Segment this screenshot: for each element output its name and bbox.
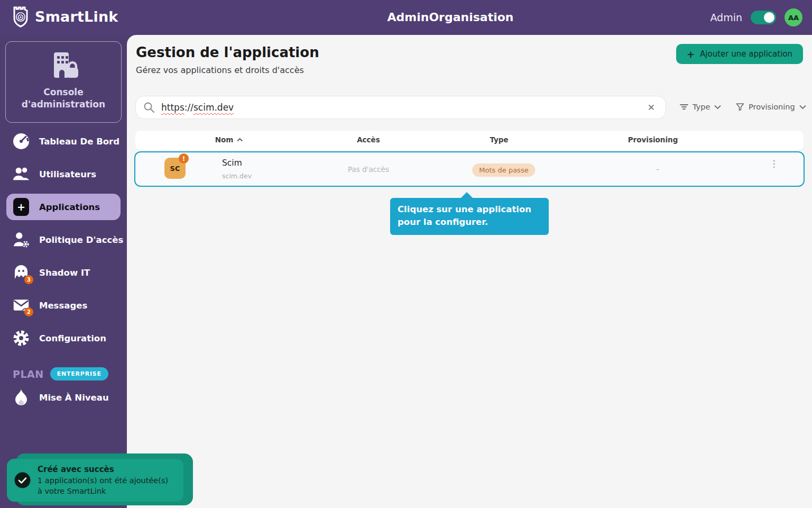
- app-provisioning: -: [657, 165, 659, 174]
- app-name: Scim: [222, 158, 242, 168]
- hint-tooltip: Cliquez sur une application pour la conf…: [390, 198, 549, 235]
- console-card[interactable]: Console d'administration: [5, 41, 122, 123]
- add-application-label: Ajouter une application: [700, 49, 792, 59]
- add-application-button[interactable]: + Ajouter une application: [676, 44, 803, 64]
- column-header-type[interactable]: Type: [490, 135, 508, 144]
- gear-icon: [13, 330, 30, 347]
- flame-icon: [13, 388, 30, 406]
- check-circle-icon: [14, 472, 31, 488]
- page-subtitle: Gérez vos applications et droits d'accès: [136, 65, 304, 75]
- page-title: Gestion de l'application: [136, 44, 319, 60]
- column-header-access[interactable]: Accès: [357, 135, 380, 144]
- lines-filter-icon: [680, 103, 688, 111]
- dashboard-icon: [13, 133, 30, 150]
- brand-name: SmartLink: [35, 8, 118, 25]
- sidebar-item-messages[interactable]: 2 Messages: [0, 289, 127, 322]
- plus-icon: +: [687, 49, 695, 60]
- tooltip-text: Cliquez sur une application pour la conf…: [398, 204, 531, 227]
- brand[interactable]: SmartLink: [12, 5, 118, 28]
- sidebar: Console d'administration Tableau De Bord: [0, 35, 127, 508]
- row-kebab-menu-icon[interactable]: ⋮: [769, 161, 779, 167]
- toast-title: Créé avec succès: [38, 465, 176, 474]
- app-domain: scim.dev: [222, 172, 252, 180]
- table-header: Nom Accès Type Provisioning: [135, 131, 804, 150]
- user-gear-icon: [13, 231, 30, 248]
- funnel-icon: [736, 103, 744, 111]
- users-icon: [13, 166, 30, 182]
- building-lock-icon: [6, 50, 121, 81]
- sidebar-item-applications[interactable]: + Applications: [0, 190, 127, 223]
- admin-label: Admin: [710, 12, 742, 23]
- sidebar-item-label: Applications: [39, 202, 100, 212]
- toast-message: 1 application(s) ont été ajoutée(s) à vo…: [38, 475, 175, 496]
- tooltip-arrow: [460, 192, 473, 198]
- type-badge: Mots de passe: [472, 164, 535, 177]
- sidebar-item-label: Utilisateurs: [39, 169, 96, 179]
- avatar[interactable]: AA: [785, 8, 802, 26]
- type-filter-label: Type: [693, 103, 710, 111]
- search-icon: [143, 102, 155, 113]
- mail-icon: 2: [13, 297, 30, 313]
- applications-plus-icon: +: [13, 198, 30, 216]
- plan-enterprise-badge[interactable]: ENTERPRISE: [50, 367, 108, 380]
- plan-label: PLAN: [13, 368, 44, 380]
- sidebar-item-shadow-it[interactable]: 3 Shadow IT: [0, 256, 127, 289]
- sidebar-item-label: Messages: [39, 301, 87, 311]
- sidebar-item-users[interactable]: Utilisateurs: [0, 158, 127, 190]
- page-org-title: AdminOrganisation: [387, 11, 513, 24]
- topbar-right: Admin AA: [710, 0, 802, 35]
- sidebar-nav: Tableau De Bord Utilisateurs +: [0, 125, 127, 355]
- chevron-down-icon: [799, 105, 806, 110]
- alert-badge-icon: !: [179, 153, 189, 164]
- page: SmartLink AdminOrganisation Admin AA: [0, 0, 812, 508]
- shield-fingerprint-logo-icon: [12, 5, 31, 28]
- search-input[interactable]: https://scim.dev ✕: [135, 96, 666, 119]
- app-access: Pas d'accès: [348, 165, 389, 174]
- topbar: SmartLink AdminOrganisation Admin AA: [0, 0, 812, 35]
- plan-row: PLAN ENTERPRISE: [13, 367, 108, 380]
- provisioning-filter-label: Provisioning: [749, 103, 795, 111]
- admin-mode-toggle[interactable]: [751, 11, 776, 24]
- sort-ascending-icon: [236, 138, 243, 142]
- sidebar-item-label: Politique D'accès: [39, 235, 123, 245]
- success-toast[interactable]: Créé avec succès 1 application(s) ont ét…: [7, 459, 183, 502]
- toast-texts: Créé avec succès 1 application(s) ont ét…: [38, 465, 176, 496]
- main-content: Gestion de l'application Gérez vos appli…: [127, 35, 812, 508]
- search-value: https://scim.dev: [161, 102, 644, 113]
- provisioning-filter-dropdown[interactable]: Provisioning: [736, 97, 806, 116]
- plus-glyph: +: [17, 201, 25, 213]
- table-row[interactable]: SC ! Scim scim.dev Pas d'accès Mots de p…: [134, 151, 805, 187]
- column-header-provisioning[interactable]: Provisioning: [628, 135, 678, 144]
- sidebar-item-configuration[interactable]: Configuration: [0, 322, 127, 355]
- toggle-knob: [764, 12, 774, 23]
- column-header-name[interactable]: Nom: [215, 135, 243, 144]
- upgrade-label: Mise À Niveau: [39, 393, 109, 403]
- sidebar-item-access-policy[interactable]: Politique D'accès: [0, 223, 127, 256]
- sidebar-item-label: Tableau De Bord: [39, 137, 119, 147]
- shadow-it-badge: 3: [24, 275, 33, 284]
- sidebar-item-upgrade[interactable]: Mise À Niveau: [13, 388, 109, 406]
- chevron-down-icon: [714, 105, 721, 110]
- clear-search-icon[interactable]: ✕: [644, 100, 658, 115]
- console-card-label: Console d'administration: [6, 86, 121, 111]
- messages-badge: 2: [24, 307, 33, 316]
- sidebar-item-dashboard[interactable]: Tableau De Bord: [0, 125, 127, 158]
- sidebar-item-label: Shadow IT: [39, 268, 90, 278]
- sidebar-item-label: Configuration: [39, 333, 106, 343]
- type-filter-dropdown[interactable]: Type: [680, 97, 721, 116]
- ghost-icon: 3: [13, 264, 30, 281]
